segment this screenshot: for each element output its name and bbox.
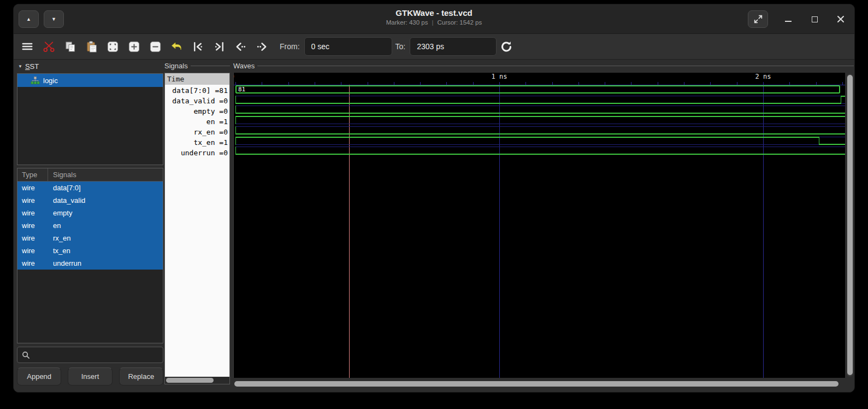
signal-entry[interactable]: empty =0 [165, 106, 229, 116]
hamburger-menu-icon [21, 40, 33, 52]
signal-name-list[interactable]: data[7:0] =81data_valid =0empty =0en =1r… [165, 85, 229, 377]
waves-vscrollbar[interactable] [847, 74, 853, 377]
signal-search-box[interactable] [17, 347, 163, 363]
sst-panel: ▼ SST logic Type Signals wiredata[7:0]wi… [17, 61, 163, 385]
shift-left-button[interactable] [234, 40, 247, 53]
primary-marker[interactable] [349, 85, 350, 378]
signal-entry[interactable]: data[7:0] =81 [165, 85, 229, 96]
scrollbar-thumb[interactable] [234, 381, 839, 387]
cell-signal: underrun [48, 259, 163, 267]
table-row[interactable]: wireen [17, 219, 163, 232]
cut-button[interactable] [42, 40, 55, 53]
scrollbar-thumb[interactable] [847, 75, 853, 375]
wave-bit-trace[interactable] [235, 154, 845, 155]
cell-type: wire [17, 196, 48, 204]
cell-type: wire [17, 259, 48, 267]
signal-entry[interactable]: rx_en =0 [165, 127, 229, 137]
time-header[interactable]: Time [165, 73, 229, 85]
tree-item-logic[interactable]: logic [17, 74, 163, 87]
signals-hscrollbar[interactable] [165, 377, 229, 384]
signal-entry[interactable]: underrun =0 [165, 148, 229, 158]
shift-right-button[interactable] [255, 40, 268, 53]
trace-rail-high [235, 147, 845, 147]
cell-type: wire [17, 221, 48, 230]
signal-facs-table: Type Signals wiredata[7:0]wiredata_valid… [17, 168, 163, 343]
time-gridline [499, 85, 500, 378]
frame-line [257, 66, 854, 66]
table-row[interactable]: wireunderrun [17, 257, 163, 270]
zoom-out-button[interactable] [149, 40, 162, 53]
reload-icon [500, 40, 513, 54]
wave-bus-trace[interactable]: 81 [235, 85, 840, 94]
zoom-in-button[interactable] [127, 40, 140, 53]
from-input[interactable] [304, 37, 392, 56]
action-buttons: Append Insert Replace [17, 367, 163, 385]
signal-entry[interactable]: en =1 [165, 116, 229, 127]
maximize-icon [812, 16, 818, 22]
maximize-button[interactable] [808, 10, 820, 28]
reload-button[interactable] [500, 40, 513, 53]
sst-label: S [25, 62, 30, 71]
to-input[interactable] [410, 37, 497, 56]
paste-icon [85, 40, 98, 53]
column-header-signals[interactable]: Signals [48, 171, 163, 179]
wave-bit-trace[interactable] [819, 144, 845, 145]
wave-canvas[interactable]: 01 ns2 ns81 [233, 73, 845, 378]
titlebar: ▲ ▼ GTKWave - test.vcd Marker: 430 ps|Cu… [14, 4, 854, 34]
undo-button[interactable] [170, 40, 183, 53]
signal-entry[interactable]: tx_en =1 [165, 137, 229, 148]
trace-rail-high [235, 96, 845, 96]
cursor-status: Cursor: 1542 ps [437, 19, 482, 26]
menu-button[interactable] [21, 40, 34, 53]
signal-entry[interactable]: data_valid =0 [165, 96, 229, 106]
trace-rail-low [235, 124, 845, 124]
hierarchy-icon [31, 77, 40, 85]
zoom-out-icon [149, 40, 162, 53]
paste-button[interactable] [85, 40, 98, 53]
insert-button[interactable]: Insert [68, 367, 112, 385]
table-row[interactable]: wiredata_valid [17, 194, 163, 207]
go-to-end-button[interactable] [212, 40, 226, 53]
copy-button[interactable] [63, 40, 76, 53]
sst-tree: logic [17, 73, 163, 165]
cell-type: wire [17, 184, 48, 192]
cell-signal: data[7:0] [48, 184, 163, 192]
table-row[interactable]: wiretx_en [17, 244, 163, 257]
wave-bit-trace[interactable] [841, 96, 845, 97]
close-button[interactable] [835, 10, 847, 28]
marker-status: Marker: 430 ps [386, 19, 428, 26]
scissors-icon [43, 40, 55, 53]
scrollbar-thumb[interactable] [166, 378, 214, 383]
waves-panel: Waves 01 ns2 ns81 [233, 61, 854, 389]
wave-bit-trace[interactable] [235, 137, 819, 138]
search-input[interactable] [33, 351, 163, 359]
zoom-in-icon [128, 40, 140, 53]
status-line: Marker: 430 ps|Cursor: 1542 ps [14, 19, 854, 26]
trace-start-edge [235, 116, 236, 124]
table-row[interactable]: wiredata[7:0] [17, 182, 163, 194]
zoom-fit-icon [107, 40, 119, 53]
timeline-label: 2 ns [747, 73, 780, 81]
replace-button[interactable]: Replace [119, 367, 163, 385]
wave-bit-trace[interactable] [235, 113, 845, 114]
wave-bit-trace[interactable] [235, 133, 845, 135]
copy-icon [64, 40, 76, 53]
wave-bit-trace[interactable] [235, 103, 841, 104]
wave-bit-trace[interactable] [235, 116, 845, 117]
time-gridline [763, 85, 764, 378]
go-to-start-button[interactable] [191, 40, 204, 53]
table-row[interactable]: wireempty [17, 207, 163, 219]
window-title: GTKWave - test.vcd [14, 8, 854, 17]
table-row[interactable]: wirerx_en [17, 232, 163, 244]
signals-panel-title: Signals [164, 62, 188, 70]
sst-header[interactable]: ▼ SST [17, 61, 163, 72]
minimize-button[interactable] [782, 10, 794, 28]
fullscreen-button[interactable] [748, 10, 768, 28]
zoom-fit-button[interactable] [106, 40, 119, 53]
cell-type: wire [17, 247, 48, 255]
frame-line [191, 66, 230, 66]
append-button[interactable]: Append [17, 367, 61, 385]
waves-hscrollbar[interactable] [234, 380, 845, 387]
cell-signal: empty [48, 209, 163, 217]
column-header-type[interactable]: Type [17, 168, 48, 181]
